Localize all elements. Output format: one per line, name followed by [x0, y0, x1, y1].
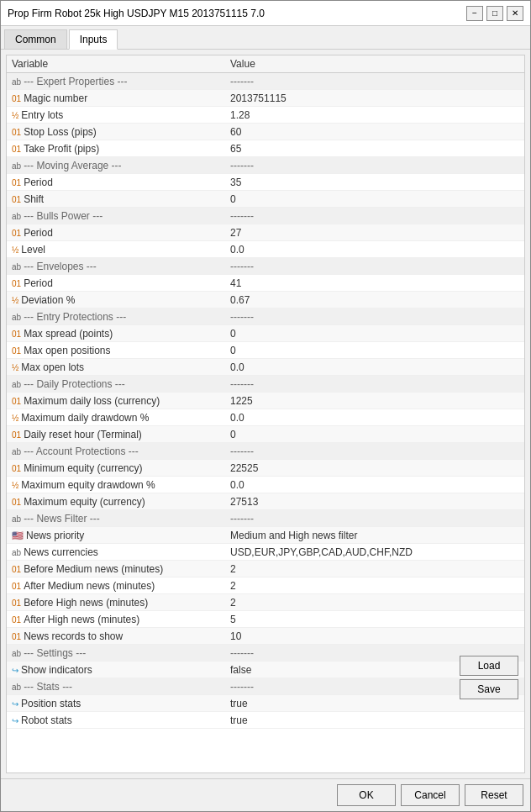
table-row[interactable]: 01Magic number2013751115	[7, 90, 524, 107]
table-row[interactable]: 01Daily reset hour (Terminal)0	[7, 426, 524, 443]
variable-cell: 01Before High news (minutes)	[7, 594, 225, 611]
table-row[interactable]: ab--- Stats ----------	[7, 678, 524, 695]
variable-name: --- Entry Protections ---	[24, 311, 126, 323]
save-button[interactable]: Save	[460, 679, 518, 699]
ok-button[interactable]: OK	[337, 784, 396, 806]
row-prefix: ab	[12, 313, 21, 322]
row-prefix: ↪	[12, 716, 18, 725]
variable-cell: ab--- News Filter ---	[7, 510, 225, 527]
variable-name: Maximum equity (currency)	[24, 496, 145, 508]
table-row[interactable]: ½Level0.0	[7, 241, 524, 258]
value-cell: -------	[225, 157, 524, 174]
variable-cell: ½Maximum daily drawdown %	[7, 409, 225, 426]
table-row[interactable]: ab--- Settings ----------	[7, 645, 524, 662]
table-row[interactable]: 01Stop Loss (pips)60	[7, 124, 524, 140]
row-prefix: 01	[12, 279, 21, 288]
table-row[interactable]: 01News records to show10	[7, 628, 524, 645]
table-row[interactable]: ↪Position statstrue	[7, 695, 524, 712]
value-cell: -------	[225, 443, 524, 460]
table-row[interactable]: ½Max open lots0.0	[7, 359, 524, 376]
table-row[interactable]: ab--- News Filter ----------	[7, 510, 524, 527]
value-cell: 27513	[225, 493, 524, 510]
maximize-button[interactable]: □	[486, 6, 503, 21]
variable-cell: 01Take Profit (pips)	[7, 140, 225, 157]
variable-name: Period	[24, 227, 53, 239]
row-prefix: ab	[12, 212, 21, 221]
value-cell: 2	[225, 594, 524, 611]
table-row[interactable]: 01Max spread (points)0	[7, 325, 524, 342]
table-row[interactable]: ↪Robot statstrue	[7, 712, 524, 729]
table-row[interactable]: 01After High news (minutes)5	[7, 611, 524, 628]
value-cell: 0.0	[225, 409, 524, 426]
table-row[interactable]: 01Before Medium news (minutes)2	[7, 561, 524, 577]
variable-name: --- News Filter ---	[24, 513, 100, 525]
params-table-container[interactable]: Variable Value ab--- Expert Properties -…	[6, 55, 525, 773]
value-cell: -------	[225, 258, 524, 275]
variable-name: Maximum equity drawdown %	[21, 479, 155, 491]
variable-cell: 01Before Medium news (minutes)	[7, 561, 225, 577]
table-row[interactable]: ab--- Account Protections ----------	[7, 443, 524, 460]
table-row[interactable]: ½Maximum daily drawdown %0.0	[7, 409, 524, 426]
title-bar: Prop Firm Robot 25k High USDJPY M15 2013…	[1, 1, 530, 26]
variable-cell: 01Max spread (points)	[7, 325, 225, 342]
row-prefix: ½	[12, 245, 18, 255]
table-row[interactable]: 01Period35	[7, 174, 524, 191]
value-cell: 0.0	[225, 241, 524, 258]
reset-button[interactable]: Reset	[465, 784, 523, 806]
value-cell: USD,EUR,JPY,GBP,CAD,AUD,CHF,NZD	[225, 544, 524, 561]
table-row[interactable]: 🇺🇸News priorityMedium and High news filt…	[7, 527, 524, 544]
row-prefix: ½	[12, 481, 18, 490]
table-row[interactable]: ↪Show indicatorsfalse	[7, 662, 524, 678]
minimize-button[interactable]: −	[466, 6, 483, 21]
variable-name: Before Medium news (minutes)	[24, 563, 163, 575]
table-row[interactable]: ½Maximum equity drawdown %0.0	[7, 477, 524, 493]
variable-cell: abNews currencies	[7, 544, 225, 561]
table-row[interactable]: ½Entry lots1.28	[7, 107, 524, 124]
variable-cell: ab--- Bulls Power ---	[7, 208, 225, 224]
variable-cell: 01Stop Loss (pips)	[7, 124, 225, 140]
value-cell: 2	[225, 561, 524, 577]
variable-name: --- Daily Protections ---	[24, 378, 125, 390]
table-row[interactable]: ab--- Bulls Power ----------	[7, 208, 524, 224]
table-row[interactable]: ab--- Entry Protections ----------	[7, 308, 524, 325]
table-row[interactable]: 01After Medium news (minutes)2	[7, 577, 524, 594]
row-prefix: 🇺🇸	[12, 530, 24, 540]
table-row[interactable]: 01Period27	[7, 224, 524, 241]
variable-name: --- Settings ---	[24, 647, 86, 659]
load-button[interactable]: Load	[460, 656, 518, 676]
col-value: Value	[225, 55, 524, 73]
variable-name: Show indicators	[21, 664, 92, 676]
table-row[interactable]: ab--- Moving Average ----------	[7, 157, 524, 174]
variable-cell: ↪Show indicators	[7, 662, 225, 678]
row-prefix: 01	[12, 229, 21, 238]
table-row[interactable]: ab--- Expert Properties ----------	[7, 73, 524, 90]
variable-cell: ab--- Stats ---	[7, 678, 225, 695]
table-row[interactable]: ab--- Envelopes ----------	[7, 258, 524, 275]
tab-common[interactable]: Common	[4, 29, 67, 49]
variable-name: News records to show	[24, 630, 123, 642]
table-row[interactable]: 01Maximum daily loss (currency)1225	[7, 393, 524, 409]
table-row[interactable]: 01Shift0	[7, 191, 524, 208]
table-row[interactable]: ½Deviation %0.67	[7, 292, 524, 308]
variable-cell: 01Maximum daily loss (currency)	[7, 393, 225, 409]
table-row[interactable]: 01Max open positions0	[7, 342, 524, 359]
variable-cell: 01Period	[7, 224, 225, 241]
cancel-button[interactable]: Cancel	[401, 784, 460, 806]
table-row[interactable]: abNews currenciesUSD,EUR,JPY,GBP,CAD,AUD…	[7, 544, 524, 561]
table-row[interactable]: 01Period41	[7, 275, 524, 292]
table-row[interactable]: 01Take Profit (pips)65	[7, 140, 524, 157]
variable-name: Position stats	[21, 698, 81, 709]
row-prefix: 01	[12, 582, 21, 591]
table-row[interactable]: 01Maximum equity (currency)27513	[7, 493, 524, 510]
table-row[interactable]: 01Minimum equity (currency)22525	[7, 460, 524, 477]
variable-cell: 01Period	[7, 275, 225, 292]
value-cell: 27	[225, 224, 524, 241]
row-prefix: 01	[12, 464, 21, 473]
close-button[interactable]: ✕	[507, 6, 523, 21]
variable-cell: 01Max open positions	[7, 342, 225, 359]
window-title: Prop Firm Robot 25k High USDJPY M15 2013…	[8, 8, 265, 19]
value-cell: 2013751115	[225, 90, 524, 107]
tab-inputs[interactable]: Inputs	[69, 29, 118, 50]
table-row[interactable]: ab--- Daily Protections ----------	[7, 376, 524, 393]
table-row[interactable]: 01Before High news (minutes)2	[7, 594, 524, 611]
